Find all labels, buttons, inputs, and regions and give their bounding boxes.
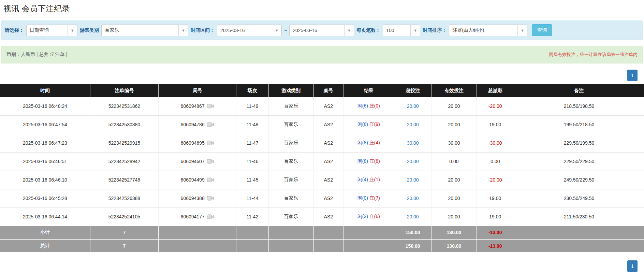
cell-result: 闲(4) 庄(1) <box>343 171 394 189</box>
game-type-input[interactable] <box>102 25 178 36</box>
total-bet-link[interactable]: 20.00 <box>407 214 419 219</box>
currency-total-text: 币别：人民币 | 总共 :7 注单 | <box>6 52 67 58</box>
cell-payout: -20.00 <box>477 97 514 115</box>
cell-result: 闲(0) 庄(7) <box>343 189 394 207</box>
total-bet-link[interactable]: 20.00 <box>407 196 419 201</box>
column-header: 有效投注 <box>431 84 477 97</box>
cell-valid-bet: 20.00 <box>431 97 477 115</box>
round-id-text: 606094786 <box>181 122 205 127</box>
column-header: 桌号 <box>313 84 343 97</box>
query-button[interactable]: 查询 <box>532 24 552 36</box>
subtotal-count: 7 <box>90 226 158 239</box>
result-player: 闲(6) <box>357 103 368 109</box>
chevron-down-icon[interactable]: ▼ <box>517 25 527 36</box>
total-bet-link[interactable]: 20.00 <box>407 103 419 109</box>
video-camera-icon[interactable] <box>207 196 214 201</box>
cell-time: 2025-03-16 06:44:14 <box>0 207 90 226</box>
total-bet-link[interactable]: 30.00 <box>407 140 419 146</box>
date-to-dropdown[interactable]: ▼ <box>289 25 354 36</box>
select-type-dropdown[interactable]: ▼ <box>26 25 77 36</box>
cell-time: 2025-03-16 06:48:24 <box>0 97 90 115</box>
video-camera-icon[interactable] <box>207 140 214 146</box>
sort-order-dropdown[interactable]: ▼ <box>449 25 527 36</box>
column-header: 总投注 <box>394 84 431 97</box>
subtotal-total-bet: 150.00 <box>394 226 431 239</box>
cell-result: 闲(3) 庄(6) <box>343 207 394 226</box>
sort-order-input[interactable] <box>449 25 517 36</box>
round-id-text: 606094867 <box>181 103 205 109</box>
cell-time: 2025-03-16 06:45:28 <box>0 189 90 207</box>
table-row: 2025-03-16 06:47:54522342530880606094786… <box>0 115 644 134</box>
page-size-dropdown[interactable]: ▼ <box>383 25 420 36</box>
video-camera-icon[interactable] <box>207 122 214 127</box>
table-row: 2025-03-16 06:45:28522342526388606094388… <box>0 189 644 207</box>
cell-table-no: AS2 <box>313 152 343 171</box>
cell-bet-id: 522342530880 <box>90 115 158 134</box>
cell-time: 2025-03-16 06:46:51 <box>0 152 90 171</box>
column-header: 结果 <box>343 84 394 97</box>
chevron-down-icon[interactable]: ▼ <box>344 25 354 36</box>
page-title: 视讯 会员下注纪录 <box>3 3 641 14</box>
result-banker: 庄(9) <box>369 121 380 127</box>
date-to-input[interactable] <box>290 25 344 36</box>
select-type-input[interactable] <box>27 25 68 36</box>
date-from-input[interactable] <box>217 25 272 36</box>
date-from-dropdown[interactable]: ▼ <box>217 25 282 36</box>
cell-round-id: 606094786 <box>158 115 236 134</box>
chevron-down-icon[interactable]: ▼ <box>272 25 281 36</box>
game-type-dropdown[interactable]: ▼ <box>101 25 188 36</box>
chevron-down-icon[interactable]: ▼ <box>68 25 77 36</box>
grand-total-count: 7 <box>90 239 158 253</box>
cell-game-type: 百家乐 <box>268 97 313 115</box>
cell-total-bet: 30.00 <box>394 134 431 152</box>
table-row: 2025-03-16 06:44:14522342524105606094177… <box>0 207 644 226</box>
page-header: 视讯 会员下注纪录 <box>0 0 644 17</box>
date-range-separator: ~ <box>284 28 287 33</box>
total-bet-link[interactable]: 20.00 <box>407 159 419 164</box>
result-player: 闲(8) <box>357 140 368 145</box>
cell-time: 2025-03-16 06:46:10 <box>0 171 90 189</box>
pagination-page-1-button[interactable]: 1 <box>627 260 638 272</box>
total-bet-link[interactable]: 20.00 <box>407 122 419 127</box>
table-row: 2025-03-16 06:46:51522342528942606094607… <box>0 152 644 171</box>
result-banker: 庄(6) <box>369 214 380 219</box>
cell-result: 闲(8) 庄(8) <box>343 152 394 171</box>
round-id-text: 606094499 <box>181 177 205 183</box>
subtotal-valid-bet: 130.00 <box>431 226 477 239</box>
chevron-down-icon[interactable]: ▼ <box>410 25 420 36</box>
cell-game-type: 百家乐 <box>268 171 313 189</box>
column-header: 时间 <box>0 84 90 97</box>
column-header: 场次 <box>236 84 268 97</box>
filter-bar: 请选择： ▼ 游戏类别 ▼ 时间区间： ▼ ~ ▼ 每页笔数： ▼ 时间排序： … <box>1 20 643 40</box>
pagination-page-1-button[interactable]: 1 <box>627 70 638 81</box>
video-camera-icon[interactable] <box>207 177 214 183</box>
grand-total-label: 总计 <box>0 239 90 253</box>
cell-remark: 230.50/249.50 <box>514 189 644 207</box>
sort-order-label: 时间排序： <box>423 27 447 33</box>
cell-payout: 19.00 <box>477 207 514 226</box>
summary-info-bar: 币别：人民币 | 总共 :7 注单 | 同局有效投注，统一计算在该局第一张注单内 <box>1 46 643 63</box>
cell-remark: 211.50/230.50 <box>514 207 644 226</box>
page-size-input[interactable] <box>383 25 410 36</box>
video-camera-icon[interactable] <box>207 103 214 109</box>
cell-round-id: 606094695 <box>158 134 236 152</box>
total-bet-link[interactable]: 20.00 <box>407 177 419 183</box>
cell-total-bet: 20.00 <box>394 171 431 189</box>
cell-time: 2025-03-16 06:47:23 <box>0 134 90 152</box>
cell-session: 11-45 <box>236 171 268 189</box>
cell-valid-bet: 0.00 <box>431 152 477 171</box>
cell-result: 闲(8) 庄(4) <box>343 134 394 152</box>
cell-table-no: AS2 <box>313 134 343 152</box>
round-id-text: 606094607 <box>181 159 205 164</box>
chevron-down-icon[interactable]: ▼ <box>178 25 188 36</box>
cell-remark: 249.50/229.50 <box>514 171 644 189</box>
result-banker: 庄(7) <box>369 195 380 201</box>
table-row: 2025-03-16 06:48:24522342531862606094867… <box>0 97 644 115</box>
video-camera-icon[interactable] <box>207 159 214 164</box>
cell-remark: 199.50/218.50 <box>514 115 644 134</box>
column-header: 局号 <box>158 84 236 97</box>
grand-total-payout: -13.00 <box>477 239 514 253</box>
video-camera-icon[interactable] <box>207 214 214 219</box>
cell-session: 11-47 <box>236 134 268 152</box>
valid-bet-notice-text: 同局有效投注，统一计算在该局第一张注单内 <box>549 52 638 58</box>
